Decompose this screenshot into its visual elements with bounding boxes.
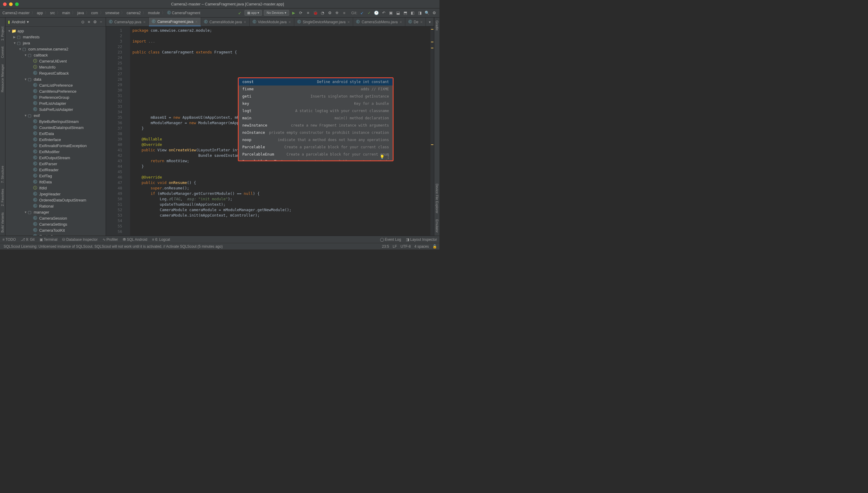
tree-node[interactable]: ⓒCountedDataInputStream [5,125,106,130]
editor-tab[interactable]: ⓒVideoModule.java× [250,18,294,26]
tree-node[interactable]: ⓒExifData [5,130,106,136]
more-icon[interactable]: ⋮ [386,155,390,159]
project-tree[interactable]: ▼📁 app ▶▢manifests▼▢java▼▢com.smewise.ca… [5,27,106,236]
git-update-icon[interactable]: ↙ [359,10,365,16]
device-selector[interactable]: No Devices ▾ [264,10,289,16]
bottom-tab-profiler[interactable]: ∿ Profiler [102,237,118,242]
attach-debugger-icon[interactable]: ⚙ [327,10,333,16]
error-stripe[interactable] [430,27,434,236]
tree-node[interactable]: ▼▢data [5,76,106,82]
editor-tab[interactable]: ⓒDe× [405,18,426,26]
bottom-tab-logcat[interactable]: ≡ 6: Logcat [152,237,170,242]
editor-tab[interactable]: ⓒCameraApp.java× [106,18,149,26]
tree-node[interactable]: ⓒIfdData [5,179,106,185]
tree-node[interactable]: ▼▢exif [5,112,106,119]
tree-node[interactable]: ⓒCameraToolKit [5,227,106,233]
bottom-tab-sql[interactable]: ⛃ SQL Android [123,237,147,242]
tree-node[interactable]: ⓒPreferenceGroup [5,94,106,100]
completion-item[interactable]: ParcelableEnumCreate a parcelable block … [239,151,393,158]
completion-popup[interactable]: constDefine android style int constantfi… [238,77,393,161]
sidebar-tab-commit[interactable]: Commit [0,43,5,61]
tabs-more[interactable]: ▾ [426,18,434,26]
window-minimize-button[interactable] [9,2,13,6]
tree-node[interactable]: ▶▢manifests [5,34,106,40]
tree-node[interactable]: ⓒRational [5,203,106,209]
completion-item[interactable]: fixmeadds // FIXME [239,85,393,93]
status-position[interactable]: 23:5 [382,244,389,249]
tree-node[interactable]: ▼▢callback [5,52,106,58]
apply-changes-icon[interactable]: ⟳ [298,10,304,16]
breadcrumb-item[interactable]: main [62,11,70,15]
breadcrumb-item[interactable]: Camera2-master [2,11,29,15]
breadcrumb-item[interactable]: java [77,11,84,15]
sidebar-tab-project[interactable]: 1: Project [0,24,5,43]
tree-node[interactable]: ▼▢java [5,40,106,46]
tree-node[interactable]: ⓒRequestCallback [5,70,106,76]
tree-node[interactable]: ⓒExifParser [5,161,106,167]
tree-node[interactable]: ⓒExifInvalidFormatException [5,143,106,149]
git-history-icon[interactable]: 🕐 [374,10,379,16]
sidebar-tab-structure[interactable]: 7: Structure [0,163,5,186]
tree-node[interactable]: ▼▢manager [5,209,106,215]
stop-icon[interactable]: ■ [342,10,347,16]
tree-node[interactable]: ⓒCameraSettings [5,221,106,227]
project-view-selector[interactable]: Android [12,20,25,24]
avd-icon[interactable]: ▣ [388,10,393,16]
tree-node[interactable]: ⓒExifReader [5,167,106,173]
tree-node[interactable]: ⓒExifOutputStream [5,155,106,161]
apply-code-icon[interactable]: ≡ [305,10,311,16]
tree-node[interactable]: ⓒCamListPreference [5,82,106,88]
gear-icon[interactable]: ⚙ [93,20,97,24]
sdk-icon[interactable]: ⬓ [395,10,401,16]
tree-node[interactable]: ⓒExifTag [5,173,106,179]
breadcrumb-item[interactable]: src [50,11,55,15]
more-icon[interactable]: ※ [335,10,340,16]
debug-icon[interactable]: 🐞 [313,10,318,16]
bottom-tab-git[interactable]: ⎇ 9: Git [21,237,35,242]
status-message[interactable]: SQLScout Licensing: Unlicensed instance … [4,244,223,249]
git-revert-icon[interactable]: ↶ [381,10,386,16]
search-icon[interactable]: 🔍 [424,10,430,16]
run-config-selector[interactable]: ▦ app ▾ [245,10,262,16]
tree-node[interactable]: ⓒExifModifier [5,149,106,155]
tree-node[interactable]: ⓒCameraSession [5,215,106,221]
tree-node[interactable]: ⓒJpegHeader [5,191,106,197]
editor-tab[interactable]: ⓒSingleDeviceManager.java× [294,18,353,26]
completion-item[interactable]: constDefine android style int constant [239,78,393,85]
completion-item[interactable]: logtA static logtag with your current cl… [239,107,393,114]
window-maximize-button[interactable] [15,2,19,6]
completion-item[interactable]: ParcelableEnumTestCreates basic parcelab… [239,158,393,161]
resource-icon[interactable]: ⬒ [403,10,408,16]
select-opened-icon[interactable]: ⊙ [81,20,85,24]
breadcrumb-item[interactable]: module [148,11,160,15]
completion-item[interactable]: mainmain() method declaration [239,114,393,122]
profiler-icon[interactable]: ◔ [320,10,325,16]
tree-node[interactable]: ⒾIfdId [5,185,106,191]
tab-close-icon[interactable]: × [420,20,422,24]
sidebar-tab-emulator[interactable]: Emulator [435,216,439,236]
status-indent[interactable]: 4 spaces [414,244,429,249]
bottom-tab-event-log[interactable]: ◯ Event Log [380,237,401,242]
sidebar-tab-build-variants[interactable]: Build Variants [0,209,5,236]
tree-root[interactable]: ▼📁 app [5,28,106,34]
tree-node[interactable]: ⓒPrefListAdapter [5,100,106,106]
git-commit-icon[interactable]: ✓ [366,10,372,16]
completion-item[interactable]: keyKey for a bundle [239,100,393,107]
bottom-tab-todo[interactable]: ≡ TODO [2,237,16,242]
sidebar-tab-gradle[interactable]: Gradle [435,18,439,34]
completion-item[interactable]: ParcelableCreate a parcelable block for … [239,144,393,151]
sidebar-tab-resource-manager[interactable]: Resource Manager [0,61,5,95]
completion-item[interactable]: noopindicate that a method does not have… [239,136,393,144]
tree-node[interactable]: ⓒExifInterface [5,136,106,143]
bulb-icon[interactable]: 💡 [380,155,385,159]
bottom-tab-terminal[interactable]: ▣ Terminal [40,237,58,242]
hide-icon[interactable]: − [99,20,103,24]
tree-node[interactable]: ▼▢com.smewise.camera2 [5,46,106,52]
breadcrumb-item[interactable]: smewise [105,11,119,15]
breadcrumb-item[interactable]: camera2 [127,11,141,15]
tab-close-icon[interactable]: × [143,20,145,24]
tree-node[interactable]: ⓒByteBufferInputStream [5,119,106,125]
sync-icon[interactable]: ↙ [237,10,243,16]
completion-item[interactable]: getiInserts singleton method getInstance [239,93,393,100]
layout-icon[interactable]: ◧ [410,10,415,16]
